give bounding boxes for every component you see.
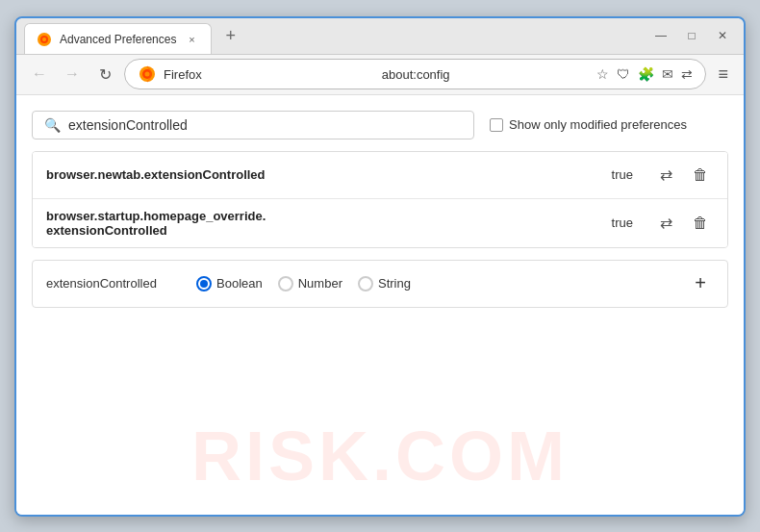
row-1-actions: ⇄ 🗑	[652, 162, 714, 189]
add-preference-row: extensionControlled Boolean Number Strin…	[32, 260, 728, 308]
number-radio[interactable]	[278, 276, 293, 291]
forward-button[interactable]: →	[59, 61, 86, 88]
maximize-button[interactable]: □	[678, 24, 705, 47]
active-tab[interactable]: Advanced Preferences ×	[24, 23, 212, 54]
delete-icon-2: 🗑	[693, 215, 708, 232]
menu-button[interactable]: ≡	[712, 61, 734, 89]
search-box[interactable]: 🔍	[32, 111, 474, 139]
reset-icon-2: ⇄	[660, 214, 672, 232]
address-bar-icons: ☆ 🛡 🧩 ✉ ⇄	[596, 66, 693, 82]
back-button[interactable]: ←	[26, 61, 53, 88]
address-bar[interactable]: Firefox about:config ☆ 🛡 🧩 ✉ ⇄	[124, 59, 706, 89]
tab-title: Advanced Preferences	[60, 33, 176, 46]
browser-name: Firefox	[164, 67, 370, 82]
show-modified-text: Show only modified preferences	[509, 117, 687, 132]
string-label: String	[378, 276, 411, 291]
extension-icon[interactable]: 🧩	[638, 66, 654, 82]
firefox-favicon	[37, 32, 52, 47]
firefox-logo-icon	[139, 65, 156, 83]
search-icon: 🔍	[44, 117, 61, 133]
search-row: 🔍 Show only modified preferences	[32, 111, 728, 139]
pref-value-1: true	[612, 167, 633, 182]
boolean-label: Boolean	[216, 276, 263, 291]
browser-window: Advanced Preferences × + — □ ✕ ← → ↻ Fir…	[14, 16, 746, 517]
table-row: browser.newtab.extensionControlled true …	[33, 152, 727, 199]
bookmark-icon[interactable]: ☆	[596, 66, 609, 82]
title-bar: Advanced Preferences × + — □ ✕	[16, 18, 744, 55]
sync-icon[interactable]: ⇄	[681, 66, 693, 82]
type-radio-group: Boolean Number String	[196, 276, 671, 291]
watermark: RISK.COM	[16, 417, 744, 495]
search-input[interactable]	[68, 117, 462, 133]
delete-icon-1: 🗑	[693, 166, 708, 184]
nav-bar: ← → ↻ Firefox about:config ☆ 🛡 🧩 ✉ ⇄ ≡	[16, 55, 744, 95]
number-option[interactable]: Number	[278, 276, 342, 291]
string-radio[interactable]	[358, 276, 373, 291]
pref-name-1: browser.newtab.extensionControlled	[46, 167, 600, 182]
row-2-actions: ⇄ 🗑	[652, 210, 714, 237]
shield-icon[interactable]: 🛡	[617, 66, 630, 82]
close-button[interactable]: ✕	[709, 24, 736, 47]
pref-name-2: browser.startup.homepage_override.extens…	[46, 209, 600, 238]
pref-value-2: true	[612, 215, 633, 230]
new-tab-button[interactable]: +	[217, 22, 243, 50]
content-area: RISK.COM 🔍 Show only modified preference…	[16, 95, 744, 515]
svg-point-5	[145, 72, 150, 77]
string-option[interactable]: String	[358, 276, 411, 291]
add-preference-button[interactable]: +	[687, 270, 714, 297]
reset-button-2[interactable]: ⇄	[652, 210, 679, 237]
delete-button-2[interactable]: 🗑	[687, 210, 714, 237]
reload-button[interactable]: ↻	[91, 61, 118, 88]
number-label: Number	[298, 276, 342, 291]
delete-button-1[interactable]: 🗑	[687, 162, 714, 189]
show-modified-checkbox[interactable]	[490, 118, 503, 132]
tab-close-button[interactable]: ×	[184, 32, 199, 47]
show-modified-label[interactable]: Show only modified preferences	[490, 117, 687, 132]
reset-icon-1: ⇄	[660, 165, 672, 184]
minimize-button[interactable]: —	[647, 24, 674, 47]
reset-button-1[interactable]: ⇄	[652, 162, 679, 189]
window-controls: — □ ✕	[647, 24, 736, 47]
new-pref-name: extensionControlled	[46, 276, 181, 291]
boolean-radio[interactable]	[196, 276, 212, 291]
boolean-option[interactable]: Boolean	[196, 276, 263, 291]
table-row: browser.startup.homepage_override.extens…	[33, 199, 727, 247]
mail-icon[interactable]: ✉	[662, 66, 673, 82]
url-text: about:config	[382, 67, 589, 82]
svg-point-2	[42, 38, 46, 41]
results-table: browser.newtab.extensionControlled true …	[32, 151, 728, 248]
